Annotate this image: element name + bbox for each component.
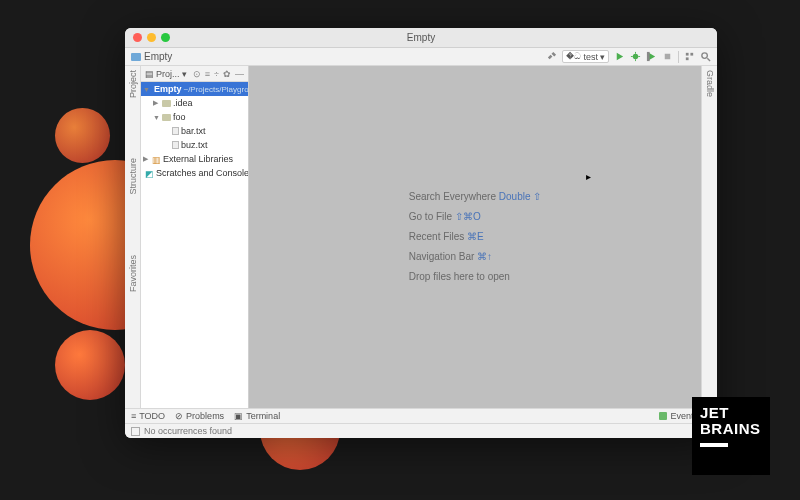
brand-line1: JET: [700, 405, 762, 421]
breadcrumb-root[interactable]: Empty: [144, 51, 172, 62]
folder-icon: [162, 100, 171, 107]
sidebar-title[interactable]: Proj...: [156, 69, 180, 79]
window-title: Empty: [125, 32, 717, 43]
tree-root[interactable]: ▼ Empty ~/Projects/Playgrou: [141, 82, 248, 96]
project-icon: [131, 53, 141, 61]
stop-button[interactable]: [662, 51, 673, 62]
collapse-all-icon[interactable]: ÷: [214, 69, 219, 79]
build-icon[interactable]: [546, 51, 557, 62]
tree-item-label: bar.txt: [181, 126, 206, 136]
tree-item-label: Scratches and Consoles: [156, 168, 248, 178]
svg-rect-5: [686, 57, 689, 60]
hint-recent-label: Recent Files: [409, 231, 467, 242]
svg-rect-1: [647, 52, 650, 61]
tree-root-path: ~/Projects/Playgrou: [183, 85, 248, 94]
library-icon: ▥: [152, 155, 161, 164]
todo-label: TODO: [139, 411, 165, 421]
hint-search-key: Double ⇧: [499, 191, 541, 202]
select-opened-file-icon[interactable]: ⊙: [193, 69, 201, 79]
tree-scratches[interactable]: ◩Scratches and Consoles: [141, 166, 248, 180]
svg-rect-2: [665, 54, 671, 60]
tree-external-libraries[interactable]: ▶▥External Libraries: [141, 152, 248, 166]
tree-root-label: Empty: [154, 84, 182, 94]
hint-search-label: Search Everywhere: [409, 191, 499, 202]
hint-navbar-label: Navigation Bar: [409, 251, 477, 262]
tree-item-label: External Libraries: [163, 154, 233, 164]
hint-recent-key: ⌘E: [467, 231, 484, 242]
tree-buz-file[interactable]: buz.txt: [141, 138, 248, 152]
search-icon[interactable]: [700, 51, 711, 62]
event-log-icon: [659, 412, 667, 420]
editor-empty-area[interactable]: ▸ Search Everywhere Double ⇧ Go to File …: [249, 66, 701, 408]
tree-item-label: buz.txt: [181, 140, 208, 150]
tree-idea-folder[interactable]: ▶.idea: [141, 96, 248, 110]
tree-bar-file[interactable]: bar.txt: [141, 124, 248, 138]
left-tool-gutter: Project Structure Favorites: [125, 66, 141, 408]
jetbrains-logo: JET BRAINS: [692, 397, 770, 475]
svg-rect-3: [686, 53, 689, 56]
bottom-tool-bar: ≡ TODO ⊘ Problems ▣ Terminal Event Log: [125, 408, 717, 423]
hint-drop: Drop files here to open: [409, 271, 510, 282]
separator: [678, 51, 679, 63]
structure-tool-button[interactable]: Structure: [128, 158, 138, 195]
scratch-icon: ◩: [145, 169, 154, 178]
navigation-bar: Empty �ධ test ▾: [125, 48, 717, 66]
project-structure-icon[interactable]: [684, 51, 695, 62]
svg-point-6: [702, 53, 708, 59]
tool-windows-toggle-icon[interactable]: [131, 427, 140, 436]
run-config-label: test: [583, 52, 598, 62]
file-icon: [172, 141, 179, 149]
tree-foo-folder[interactable]: ▼foo: [141, 110, 248, 124]
favorites-tool-button[interactable]: Favorites: [128, 255, 138, 292]
settings-icon[interactable]: ✿: [223, 69, 231, 79]
right-tool-gutter: Gradle: [701, 66, 717, 408]
sidebar-header: ▤ Proj...▾ ⊙ ≡ ÷ ✿ —: [141, 66, 248, 82]
debug-button[interactable]: [630, 51, 641, 62]
folder-icon: [162, 114, 171, 121]
svg-rect-4: [690, 53, 693, 56]
ide-window: Empty Empty �ධ test ▾ Project Structure …: [125, 28, 717, 438]
run-button[interactable]: [614, 51, 625, 62]
tree-item-label: .idea: [173, 98, 193, 108]
run-with-coverage-button[interactable]: [646, 51, 657, 62]
project-tool-button[interactable]: Project: [128, 70, 138, 98]
run-config-selector[interactable]: �ධ test ▾: [562, 50, 609, 63]
project-tree: ▼ Empty ~/Projects/Playgrou ▶.idea ▼foo …: [141, 82, 248, 408]
status-text: No occurrences found: [144, 426, 232, 436]
svg-point-0: [633, 54, 639, 60]
hint-navbar-key: ⌘↑: [477, 251, 492, 262]
tree-item-label: foo: [173, 112, 186, 122]
cursor-icon: ▸: [586, 171, 591, 182]
hide-sidebar-icon[interactable]: —: [235, 69, 244, 79]
hint-gotofile-key: ⇧⌘O: [455, 211, 481, 222]
status-bar: No occurrences found: [125, 423, 717, 438]
editor-hints: Search Everywhere Double ⇧ Go to File ⇧⌘…: [409, 187, 542, 287]
titlebar: Empty: [125, 28, 717, 48]
problems-tool-button[interactable]: ⊘ Problems: [175, 411, 224, 421]
todo-tool-button[interactable]: ≡ TODO: [131, 411, 165, 421]
problems-label: Problems: [186, 411, 224, 421]
expand-all-icon[interactable]: ≡: [205, 69, 210, 79]
brand-line2: BRAINS: [700, 421, 762, 437]
project-sidebar: ▤ Proj...▾ ⊙ ≡ ÷ ✿ — ▼ Empty ~/Projects/…: [141, 66, 249, 408]
file-icon: [172, 127, 179, 135]
hint-gotofile-label: Go to File: [409, 211, 455, 222]
terminal-tool-button[interactable]: ▣ Terminal: [234, 411, 280, 421]
gradle-tool-button[interactable]: Gradle: [705, 70, 715, 97]
terminal-label: Terminal: [246, 411, 280, 421]
